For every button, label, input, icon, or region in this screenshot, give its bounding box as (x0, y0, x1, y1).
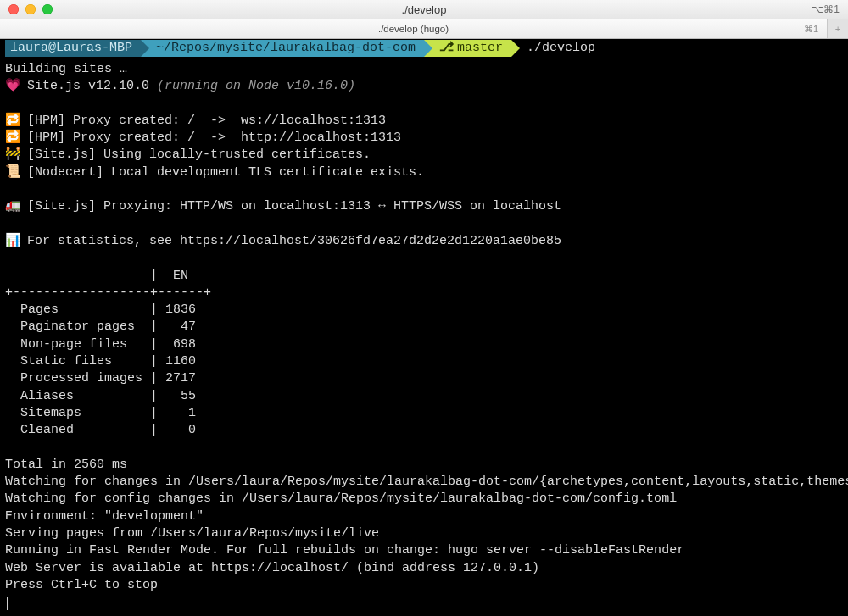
prompt-user-host: laura@Lauras-MBP (5, 40, 141, 57)
output-line: Total in 2560 ms (5, 457, 845, 474)
output-line: 🚧[Site.js] Using locally-trusted certifi… (5, 147, 845, 164)
close-icon[interactable] (8, 4, 19, 14)
output-line (5, 181, 845, 198)
tab-shortcut: ⌘1 (804, 24, 818, 35)
prompt-cwd: ~/Repos/mysite/laurakalbag-dot-com (141, 40, 424, 57)
loop-icon: 🔁 (5, 130, 27, 147)
output-line: 🔁[HPM] Proxy created: / -> http://localh… (5, 130, 845, 147)
truck-icon: 🚛 (5, 198, 27, 215)
tab-label: ./develop (hugo) (0, 24, 827, 34)
output-line: 📊For statistics, see https://localhost/3… (5, 233, 845, 250)
shell-prompt: laura@Lauras-MBP ~/Repos/mysite/laurakal… (0, 39, 848, 58)
traffic-lights (0, 4, 53, 14)
tab-strip: ./develop (hugo) ⌘1 + (0, 19, 848, 39)
output-line (5, 96, 845, 113)
build-stats-table: | EN +------------------+------+ Pages |… (5, 268, 845, 440)
output-line (5, 250, 845, 267)
loop-icon: 🔁 (5, 113, 27, 130)
heart-icon: 💗 (5, 78, 27, 95)
output-line: 🔁[HPM] Proxy created: / -> ws://localhos… (5, 113, 845, 130)
output-line (5, 440, 845, 457)
output-line: Watching for changes in /Users/laura/Rep… (5, 474, 845, 491)
construction-icon: 🚧 (5, 147, 27, 164)
chart-icon: 📊 (5, 233, 27, 250)
prompt-command: ./develop (527, 40, 595, 57)
output-line (5, 594, 845, 608)
window-title: ./develop (0, 3, 848, 16)
output-line: 💗Site.js v12.10.0 (running on Node v10.1… (5, 78, 845, 95)
plus-icon: + (835, 24, 841, 34)
branch-icon: ⎇ (439, 40, 454, 57)
output-line (5, 216, 845, 233)
window-shortcut: ⌥⌘1 (812, 3, 840, 15)
scroll-icon: 📜 (5, 164, 27, 181)
tab-terminal[interactable]: ./develop (hugo) ⌘1 (0, 19, 827, 38)
minimize-icon[interactable] (25, 4, 36, 14)
window-titlebar: ./develop ⌥⌘1 (0, 0, 848, 19)
prompt-git-branch: ⎇master (424, 40, 511, 57)
output-line: Watching for config changes in /Users/la… (5, 491, 845, 508)
output-line: Running in Fast Render Mode. For full re… (5, 542, 845, 559)
output-line: 🚛[Site.js] Proxying: HTTP/WS on localhos… (5, 198, 845, 215)
output-line: Serving pages from /Users/laura/Repos/my… (5, 525, 845, 542)
output-line: 📜[Nodecert] Local development TLS certif… (5, 164, 845, 181)
output-line: Press Ctrl+C to stop (5, 577, 845, 594)
output-line: Web Server is available at https://local… (5, 560, 845, 577)
zoom-icon[interactable] (42, 4, 53, 14)
output-line: Building sites … (5, 61, 845, 78)
add-tab-button[interactable]: + (827, 19, 848, 38)
output-line: Environment: "development" (5, 508, 845, 525)
terminal-output: Building sites …💗Site.js v12.10.0 (runni… (0, 58, 848, 608)
cursor-icon (7, 597, 8, 610)
terminal[interactable]: laura@Lauras-MBP ~/Repos/mysite/laurakal… (0, 39, 848, 616)
